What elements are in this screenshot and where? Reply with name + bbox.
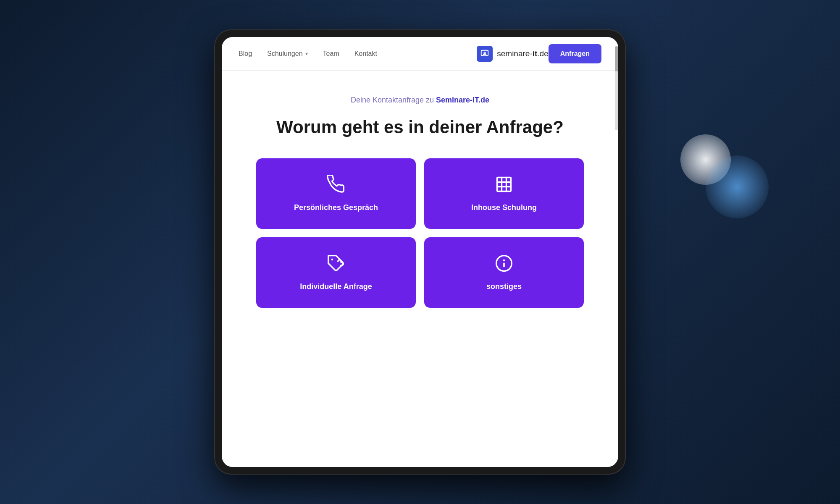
svg-rect-2 bbox=[497, 178, 511, 192]
page-subtitle: Deine Kontaktanfrage zu Seminare-IT.de bbox=[351, 96, 489, 105]
schulungen-chevron-icon: ▾ bbox=[305, 51, 308, 57]
info-icon bbox=[495, 254, 513, 276]
logo-area: seminare-it.de bbox=[477, 46, 549, 62]
nav-team[interactable]: Team bbox=[323, 50, 339, 58]
card-individuelle-anfrage[interactable]: Individuelle Anfrage bbox=[256, 237, 416, 308]
main-content: Deine Kontaktanfrage zu Seminare-IT.de W… bbox=[222, 71, 618, 467]
nav-schulungen[interactable]: Schulungen ▾ bbox=[267, 50, 308, 58]
card-persoenliches-gespraech[interactable]: Persönliches Gespräch bbox=[256, 158, 416, 229]
card-sonstiges-label: sonstiges bbox=[486, 282, 522, 291]
tablet-frame: Blog Schulungen ▾ Team Kontakt bbox=[214, 29, 626, 475]
cards-grid: Persönliches Gespräch Inhouse Schulung bbox=[256, 158, 584, 308]
card-individuelle-anfrage-label: Individuelle Anfrage bbox=[300, 282, 372, 291]
page-title: Worum geht es in deiner Anfrage? bbox=[276, 117, 564, 137]
scrollbar-track[interactable] bbox=[615, 46, 618, 130]
logo-text: seminare-it.de bbox=[497, 49, 549, 58]
svg-point-1 bbox=[484, 52, 486, 54]
decorative-orb-blue bbox=[706, 155, 769, 218]
anfragen-button[interactable]: Anfragen bbox=[549, 44, 601, 63]
nav-blog[interactable]: Blog bbox=[239, 50, 252, 58]
puzzle-icon bbox=[327, 254, 345, 276]
building-icon bbox=[495, 175, 513, 197]
navbar: Blog Schulungen ▾ Team Kontakt bbox=[222, 37, 618, 71]
nav-kontakt[interactable]: Kontakt bbox=[354, 50, 377, 58]
card-inhouse-schulung[interactable]: Inhouse Schulung bbox=[424, 158, 584, 229]
card-sonstiges[interactable]: sonstiges bbox=[424, 237, 584, 308]
phone-icon bbox=[327, 175, 345, 197]
tablet-screen: Blog Schulungen ▾ Team Kontakt bbox=[222, 37, 618, 467]
logo-icon bbox=[477, 46, 493, 62]
card-persoenliches-gespraech-label: Persönliches Gespräch bbox=[294, 203, 378, 212]
nav-links: Blog Schulungen ▾ Team Kontakt bbox=[239, 50, 477, 58]
scrollbar-thumb[interactable] bbox=[615, 46, 618, 71]
card-inhouse-schulung-label: Inhouse Schulung bbox=[471, 203, 537, 212]
